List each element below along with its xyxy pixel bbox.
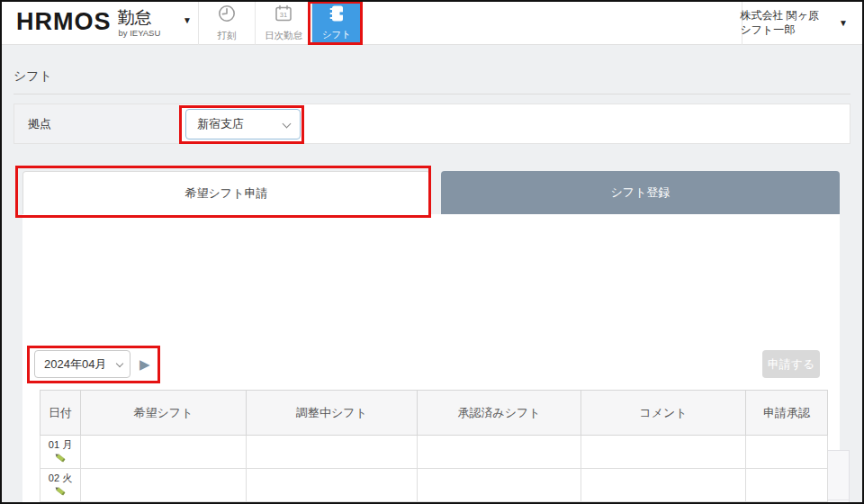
month-select-value: 2024年04月 xyxy=(44,357,106,371)
title-divider xyxy=(14,94,850,94)
nav-item-shift[interactable]: シフト xyxy=(311,0,362,45)
app-header: HRMOS 勤怠 by IEYASU ▼ 打刻 31 xyxy=(0,0,864,45)
month-select[interactable]: 2024年04月 xyxy=(34,350,130,378)
edit-pencil-icon[interactable] xyxy=(40,452,80,464)
site-select[interactable]: 新宿支店 xyxy=(185,109,301,140)
table-row: 02 火 xyxy=(40,469,828,502)
date-label: 01 月 xyxy=(49,439,72,450)
requested-shift-cell xyxy=(81,469,247,502)
product-name: 勤怠 xyxy=(118,8,152,28)
col-header-comment: コメント xyxy=(581,391,746,436)
brand-name: HRMOS xyxy=(16,6,112,37)
col-header-adjusting-shift: 調整中シフト xyxy=(247,391,418,436)
notebook-icon xyxy=(328,4,346,26)
col-header-date: 日付 xyxy=(40,391,81,436)
comment-cell xyxy=(581,469,746,502)
logo-byline: by IEYASU xyxy=(119,28,161,38)
nav-item-daily[interactable]: 31 日次勤怠 xyxy=(255,0,311,45)
site-filter-row: 拠点 新宿支店 xyxy=(14,104,850,144)
app-logo[interactable]: HRMOS 勤怠 by IEYASU xyxy=(16,6,160,38)
site-select-value: 新宿支店 xyxy=(197,117,244,130)
approved-shift-cell xyxy=(418,436,581,469)
edit-pencil-icon[interactable] xyxy=(40,485,80,498)
table-header-row: 日付 希望シフト 調整中シフト 承認済みシフト コメント 申請承認 xyxy=(40,391,828,436)
col-header-approved-shift: 承認済みシフト xyxy=(418,391,581,436)
account-menu[interactable]: 株式会社 関ヶ原 シフト一郎 ▼ xyxy=(740,8,848,37)
adjusting-shift-cell xyxy=(247,469,418,502)
user-name: シフト一郎 xyxy=(740,23,795,36)
adjusting-shift-cell xyxy=(247,436,418,469)
chevron-down-icon xyxy=(283,120,292,129)
approved-shift-cell xyxy=(418,469,581,502)
col-header-approval: 申請承認 xyxy=(746,391,828,436)
date-cell: 02 火 xyxy=(40,469,81,502)
tab-shift-register[interactable]: シフト登録 xyxy=(441,171,840,214)
approval-cell xyxy=(746,469,828,502)
nav-label-daily: 日次勤怠 xyxy=(265,30,302,42)
logo-caret-down-icon[interactable]: ▼ xyxy=(183,15,192,25)
account-caret-down-icon: ▼ xyxy=(839,18,848,28)
company-name: 株式会社 関ヶ原 xyxy=(740,9,819,22)
tab-shift-register-label: シフト登録 xyxy=(611,184,670,201)
main-nav: 打刻 31 日次勤怠 シフト xyxy=(198,0,362,45)
svg-text:31: 31 xyxy=(280,10,287,18)
page-title: シフト xyxy=(14,68,52,85)
site-filter-label: 拠点 xyxy=(14,104,180,143)
tab-shift-request-label: 希望シフト申請 xyxy=(185,185,268,202)
chevron-down-icon xyxy=(116,360,123,367)
nav-label-punch: 打刻 xyxy=(218,30,237,42)
table-row: 01 月 xyxy=(40,436,828,469)
nav-label-shift: シフト xyxy=(322,29,351,41)
comment-cell xyxy=(581,436,746,469)
requested-shift-cell xyxy=(81,436,247,469)
date-label: 02 火 xyxy=(49,472,72,483)
shift-table: 日付 希望シフト 調整中シフト 承認済みシフト コメント 申請承認 01 月 xyxy=(40,390,828,504)
nav-item-punch[interactable]: 打刻 xyxy=(198,0,255,45)
tab-content-panel: 終日勤務OK ～ 午前勤務OK ～ 午後勤務OK ～ シフト解除 公休(ｼﾌﾄ)… xyxy=(22,214,840,504)
calendar-icon: 31 xyxy=(274,4,293,27)
approval-cell xyxy=(746,436,828,469)
next-month-button[interactable]: ▶ xyxy=(140,352,150,376)
col-header-requested-shift: 希望シフト xyxy=(81,391,247,436)
date-cell: 01 月 xyxy=(40,436,81,469)
apply-button[interactable]: 申請する xyxy=(762,350,820,378)
tab-shift-request[interactable]: 希望シフト申請 xyxy=(22,171,430,215)
clock-icon xyxy=(217,4,237,27)
